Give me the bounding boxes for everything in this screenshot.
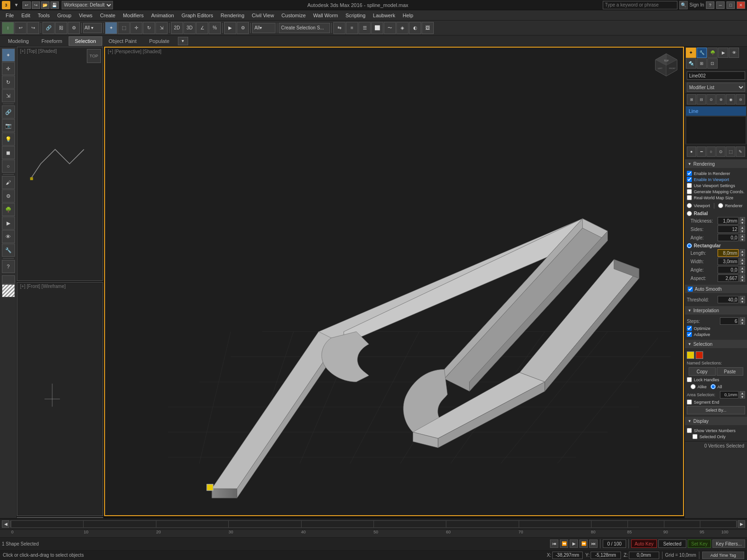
open-btn[interactable]: 📂	[41, 1, 49, 9]
curve-editor-btn[interactable]: 〜	[384, 22, 396, 34]
timeline-bar[interactable]	[10, 520, 737, 528]
z-input[interactable]	[629, 552, 659, 559]
menu-customize[interactable]: Customize	[278, 12, 310, 19]
real-world-map-check[interactable]	[687, 195, 692, 200]
search-input[interactable]	[603, 1, 677, 9]
ribbon-btn[interactable]: ⬜	[371, 22, 383, 34]
subobj-btn-1[interactable]: ●	[687, 147, 696, 157]
viewport-perspective[interactable]: [+] [Perspective] [Shaded]	[104, 47, 684, 516]
threshold-up[interactable]: ▲	[740, 296, 745, 300]
subobj-btn-4[interactable]: ⊙	[716, 147, 726, 157]
paste-btn[interactable]: Paste	[717, 367, 744, 376]
menu-rendering[interactable]: Rendering	[217, 12, 248, 19]
viewport-front[interactable]: [+] [Front] [Wireframe]	[17, 282, 103, 516]
use-viewport-settings-check[interactable]	[687, 183, 692, 188]
redo-tb-btn[interactable]: ↪	[27, 22, 39, 34]
menu-scripting[interactable]: Scripting	[342, 12, 369, 19]
tab-modeling[interactable]: Modeling	[2, 36, 35, 46]
bind-btn[interactable]: ⚙	[68, 22, 80, 34]
menu-animation[interactable]: Animation	[148, 12, 178, 19]
lt-hierarchy-btn[interactable]: 🌳	[2, 203, 15, 216]
frame-counter[interactable]: 0 / 100	[603, 539, 626, 548]
segment-end-check[interactable]	[687, 399, 692, 405]
lt-utilities-btn[interactable]: 🔧	[2, 244, 15, 257]
lt-motion-btn[interactable]: ▶	[2, 217, 15, 230]
sides-input[interactable]	[718, 225, 739, 233]
modifier-line-item[interactable]: Line	[686, 106, 746, 116]
width-down[interactable]: ▼	[740, 261, 745, 265]
menu-civil-view[interactable]: Civil View	[248, 12, 277, 19]
menu-modifiers[interactable]: Modifiers	[119, 12, 148, 19]
rect-angle-up[interactable]: ▲	[740, 266, 745, 270]
link-btn[interactable]: 🔗	[42, 22, 55, 34]
render-frame-btn[interactable]: 🖼	[422, 22, 434, 34]
snap-3d-btn[interactable]: 3D	[183, 22, 196, 34]
menu-laubwerk[interactable]: Laubwerk	[369, 12, 399, 19]
thickness-down[interactable]: ▼	[740, 221, 745, 224]
viewport-top[interactable]: [+] [Top] [Shaded] TOP	[17, 47, 103, 281]
mod-icon-5[interactable]: ◉	[726, 94, 735, 105]
menu-graph-editors[interactable]: Graph Editors	[178, 12, 217, 19]
aspect-down[interactable]: ▼	[740, 278, 745, 282]
jump-start-btn[interactable]: ⏮	[550, 539, 558, 548]
viewport-nav-cube[interactable]: TOP LEFT FRONT	[654, 51, 679, 77]
menu-wall-worm[interactable]: Wall Worm	[310, 12, 342, 19]
lt-geom-btn[interactable]: ◼	[2, 146, 15, 159]
mod-icon-2[interactable]: ⊟	[697, 94, 706, 105]
lock-handles-check[interactable]	[687, 377, 692, 382]
menu-edit[interactable]: Edit	[18, 12, 34, 19]
mod-icon-3[interactable]: ⊙	[706, 94, 716, 105]
rendering-header[interactable]: ▼ Rendering	[685, 160, 747, 168]
auto-smooth-check[interactable]	[688, 287, 693, 292]
panel-tab-extra2[interactable]: ⊡	[707, 58, 718, 69]
panel-tab-display[interactable]: 👁	[729, 48, 739, 58]
viewport-radio[interactable]	[687, 203, 692, 208]
add-time-tag-btn[interactable]: Add Time Tag	[702, 552, 744, 559]
adaptive-check[interactable]	[687, 332, 692, 337]
threshold-input[interactable]	[718, 296, 739, 303]
optimize-check[interactable]	[687, 326, 692, 331]
lt-modifier-btn[interactable]: ⚙	[2, 189, 15, 203]
minimize-btn[interactable]: ─	[716, 1, 725, 9]
threshold-down[interactable]: ▼	[740, 300, 745, 303]
lt-camera-btn[interactable]: 📷	[2, 119, 15, 132]
angle-snap-btn[interactable]: ∠	[196, 22, 208, 34]
tab-selection[interactable]: Selection	[69, 36, 102, 46]
show-vertex-numbers-check[interactable]	[687, 428, 692, 433]
mirror-btn[interactable]: ⇆	[333, 22, 345, 34]
select-btn[interactable]: ✦	[105, 22, 117, 34]
lt-link-btn[interactable]: 🔗	[2, 105, 15, 119]
radial-angle-up[interactable]: ▲	[740, 234, 745, 238]
close-btn[interactable]: ✕	[737, 1, 745, 9]
generate-mapping-check[interactable]	[687, 189, 692, 194]
rect-angle-down[interactable]: ▼	[740, 270, 745, 273]
prev-frame-btn[interactable]: ⏪	[560, 539, 568, 548]
steps-up[interactable]: ▲	[740, 317, 745, 321]
menu-tools[interactable]: Tools	[34, 12, 54, 19]
layer-mgr-btn[interactable]: ☰	[359, 22, 371, 34]
vp-top-nav[interactable]: TOP	[87, 49, 101, 63]
panel-tab-utilities[interactable]: 🔩	[686, 58, 696, 69]
y-input[interactable]	[591, 552, 621, 559]
lt-light-btn[interactable]: 💡	[2, 133, 15, 146]
lt-help-btn[interactable]: ?	[2, 260, 15, 273]
play-btn[interactable]: ▶	[570, 539, 578, 548]
menu-help[interactable]: Help	[399, 12, 417, 19]
lt-move-btn[interactable]: ✛	[2, 62, 15, 75]
alike-radio[interactable]	[691, 384, 696, 389]
tab-freeform[interactable]: Freeform	[35, 36, 69, 46]
selected-display[interactable]: Selected	[658, 539, 686, 548]
selection-color-yellow[interactable]	[687, 351, 694, 359]
material-editor-btn[interactable]: ◐	[409, 22, 421, 34]
select-object-btn[interactable]: ↕	[2, 22, 14, 34]
panel-tab-extra1[interactable]: ⊞	[697, 58, 707, 69]
panel-tab-create[interactable]: ✦	[686, 48, 696, 58]
thickness-input[interactable]	[718, 217, 739, 224]
tab-options-btn[interactable]: ▾	[178, 37, 188, 45]
tab-object-paint[interactable]: Object Paint	[103, 36, 143, 46]
radial-angle-down[interactable]: ▼	[740, 238, 745, 241]
enable-renderer-check[interactable]	[687, 171, 692, 176]
timeline-scroll-right[interactable]: ▶	[738, 520, 745, 528]
sides-down[interactable]: ▼	[740, 229, 745, 233]
percent-snap-btn[interactable]: %	[209, 22, 221, 34]
